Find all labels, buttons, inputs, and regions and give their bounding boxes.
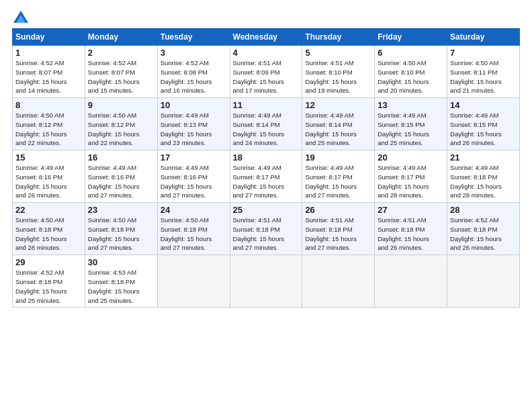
day-info: Sunrise: 4:49 AM Sunset: 8:16 PM Dayligh… (15, 163, 82, 200)
calendar-cell: 22Sunrise: 4:50 AM Sunset: 8:18 PM Dayli… (13, 203, 85, 255)
day-info: Sunrise: 4:49 AM Sunset: 8:13 PM Dayligh… (161, 111, 227, 148)
calendar-cell: 5Sunrise: 4:51 AM Sunset: 8:10 PM Daylig… (302, 46, 375, 98)
day-number: 6 (378, 48, 444, 58)
day-number: 17 (161, 152, 227, 163)
day-number: 5 (305, 48, 371, 58)
calendar-cell: 9Sunrise: 4:50 AM Sunset: 8:12 PM Daylig… (85, 98, 157, 150)
day-info: Sunrise: 4:50 AM Sunset: 8:10 PM Dayligh… (378, 58, 444, 95)
day-info: Sunrise: 4:53 AM Sunset: 8:18 PM Dayligh… (88, 268, 154, 305)
day-number: 25 (233, 205, 300, 215)
day-info: Sunrise: 4:50 AM Sunset: 8:18 PM Dayligh… (161, 216, 227, 253)
day-info: Sunrise: 4:49 AM Sunset: 8:16 PM Dayligh… (88, 163, 154, 200)
calendar-cell: 1Sunrise: 4:52 AM Sunset: 8:07 PM Daylig… (13, 46, 85, 98)
day-number: 8 (15, 100, 82, 110)
calendar-cell: 23Sunrise: 4:50 AM Sunset: 8:18 PM Dayli… (85, 203, 157, 255)
day-info: Sunrise: 4:49 AM Sunset: 8:14 PM Dayligh… (233, 111, 300, 148)
logo (12, 11, 28, 23)
day-info: Sunrise: 4:52 AM Sunset: 8:07 PM Dayligh… (15, 58, 82, 95)
day-info: Sunrise: 4:50 AM Sunset: 8:11 PM Dayligh… (450, 58, 517, 95)
calendar-cell: 17Sunrise: 4:49 AM Sunset: 8:16 PM Dayli… (157, 150, 230, 203)
day-number: 19 (305, 152, 371, 163)
calendar-cell (230, 255, 302, 308)
calendar-cell (375, 255, 447, 308)
day-number: 28 (450, 205, 517, 215)
day-number: 23 (88, 205, 154, 215)
day-info: Sunrise: 4:51 AM Sunset: 8:18 PM Dayligh… (233, 216, 300, 253)
day-number: 18 (233, 152, 300, 163)
header (12, 11, 520, 23)
calendar-page: SundayMondayTuesdayWednesdayThursdayFrid… (0, 0, 532, 411)
calendar-week-row: 15Sunrise: 4:49 AM Sunset: 8:16 PM Dayli… (13, 150, 520, 203)
calendar-cell: 13Sunrise: 4:49 AM Sunset: 8:15 PM Dayli… (375, 98, 447, 150)
calendar-cell: 12Sunrise: 4:49 AM Sunset: 8:14 PM Dayli… (302, 98, 375, 150)
day-number: 11 (233, 100, 300, 110)
day-info: Sunrise: 4:52 AM Sunset: 8:18 PM Dayligh… (450, 216, 517, 253)
day-number: 26 (305, 205, 371, 215)
day-number: 30 (88, 257, 154, 267)
day-number: 27 (378, 205, 444, 215)
day-info: Sunrise: 4:49 AM Sunset: 8:14 PM Dayligh… (305, 111, 371, 148)
calendar-cell: 16Sunrise: 4:49 AM Sunset: 8:16 PM Dayli… (85, 150, 157, 203)
calendar-cell: 28Sunrise: 4:52 AM Sunset: 8:18 PM Dayli… (447, 203, 520, 255)
day-header-saturday: Saturday (447, 29, 520, 46)
calendar-cell: 6Sunrise: 4:50 AM Sunset: 8:10 PM Daylig… (375, 46, 447, 98)
day-header-thursday: Thursday (302, 29, 375, 46)
day-number: 1 (15, 48, 82, 58)
calendar-cell: 26Sunrise: 4:51 AM Sunset: 8:18 PM Dayli… (302, 203, 375, 255)
calendar-cell (157, 255, 230, 308)
calendar-cell: 20Sunrise: 4:49 AM Sunset: 8:17 PM Dayli… (375, 150, 447, 203)
day-info: Sunrise: 4:50 AM Sunset: 8:12 PM Dayligh… (15, 111, 82, 148)
calendar-cell: 7Sunrise: 4:50 AM Sunset: 8:11 PM Daylig… (447, 46, 520, 98)
day-number: 14 (450, 100, 517, 110)
day-number: 3 (161, 48, 227, 58)
day-header-wednesday: Wednesday (230, 29, 302, 46)
day-header-sunday: Sunday (13, 29, 85, 46)
day-number: 15 (15, 152, 82, 163)
day-number: 4 (233, 48, 300, 58)
day-info: Sunrise: 4:52 AM Sunset: 8:07 PM Dayligh… (88, 58, 154, 95)
day-info: Sunrise: 4:51 AM Sunset: 8:18 PM Dayligh… (305, 216, 371, 253)
day-info: Sunrise: 4:51 AM Sunset: 8:10 PM Dayligh… (305, 58, 371, 95)
calendar-week-row: 1Sunrise: 4:52 AM Sunset: 8:07 PM Daylig… (13, 46, 520, 98)
day-info: Sunrise: 4:49 AM Sunset: 8:17 PM Dayligh… (305, 163, 371, 200)
day-number: 12 (305, 100, 371, 110)
logo-icon (13, 11, 28, 23)
day-info: Sunrise: 4:51 AM Sunset: 8:09 PM Dayligh… (233, 58, 300, 95)
day-header-friday: Friday (375, 29, 447, 46)
day-info: Sunrise: 4:49 AM Sunset: 8:17 PM Dayligh… (233, 163, 300, 200)
calendar-cell: 30Sunrise: 4:53 AM Sunset: 8:18 PM Dayli… (85, 255, 157, 308)
day-number: 9 (88, 100, 154, 110)
calendar-cell: 27Sunrise: 4:51 AM Sunset: 8:18 PM Dayli… (375, 203, 447, 255)
calendar-week-row: 22Sunrise: 4:50 AM Sunset: 8:18 PM Dayli… (13, 203, 520, 255)
calendar-cell: 15Sunrise: 4:49 AM Sunset: 8:16 PM Dayli… (13, 150, 85, 203)
day-info: Sunrise: 4:49 AM Sunset: 8:16 PM Dayligh… (161, 163, 227, 200)
day-number: 22 (15, 205, 82, 215)
day-header-monday: Monday (85, 29, 157, 46)
day-number: 16 (88, 152, 154, 163)
calendar-week-row: 29Sunrise: 4:52 AM Sunset: 8:18 PM Dayli… (13, 255, 520, 308)
day-info: Sunrise: 4:49 AM Sunset: 8:18 PM Dayligh… (450, 163, 517, 200)
day-number: 10 (161, 100, 227, 110)
calendar-cell: 24Sunrise: 4:50 AM Sunset: 8:18 PM Dayli… (157, 203, 230, 255)
day-number: 20 (378, 152, 444, 163)
calendar-cell (302, 255, 375, 308)
day-info: Sunrise: 4:49 AM Sunset: 8:15 PM Dayligh… (450, 111, 517, 148)
calendar-cell: 19Sunrise: 4:49 AM Sunset: 8:17 PM Dayli… (302, 150, 375, 203)
calendar-cell: 11Sunrise: 4:49 AM Sunset: 8:14 PM Dayli… (230, 98, 302, 150)
day-header-tuesday: Tuesday (157, 29, 230, 46)
calendar-cell: 2Sunrise: 4:52 AM Sunset: 8:07 PM Daylig… (85, 46, 157, 98)
calendar-header-row: SundayMondayTuesdayWednesdayThursdayFrid… (13, 29, 520, 46)
day-info: Sunrise: 4:50 AM Sunset: 8:12 PM Dayligh… (88, 111, 154, 148)
day-info: Sunrise: 4:50 AM Sunset: 8:18 PM Dayligh… (15, 216, 82, 253)
day-number: 24 (161, 205, 227, 215)
calendar-week-row: 8Sunrise: 4:50 AM Sunset: 8:12 PM Daylig… (13, 98, 520, 150)
calendar-cell (447, 255, 520, 308)
calendar-cell: 4Sunrise: 4:51 AM Sunset: 8:09 PM Daylig… (230, 46, 302, 98)
day-info: Sunrise: 4:52 AM Sunset: 8:18 PM Dayligh… (15, 268, 82, 305)
calendar-cell: 14Sunrise: 4:49 AM Sunset: 8:15 PM Dayli… (447, 98, 520, 150)
day-info: Sunrise: 4:51 AM Sunset: 8:18 PM Dayligh… (378, 216, 444, 253)
calendar-cell: 3Sunrise: 4:52 AM Sunset: 8:08 PM Daylig… (157, 46, 230, 98)
calendar-table: SundayMondayTuesdayWednesdayThursdayFrid… (12, 28, 520, 308)
calendar-cell: 29Sunrise: 4:52 AM Sunset: 8:18 PM Dayli… (13, 255, 85, 308)
day-info: Sunrise: 4:49 AM Sunset: 8:15 PM Dayligh… (378, 111, 444, 148)
